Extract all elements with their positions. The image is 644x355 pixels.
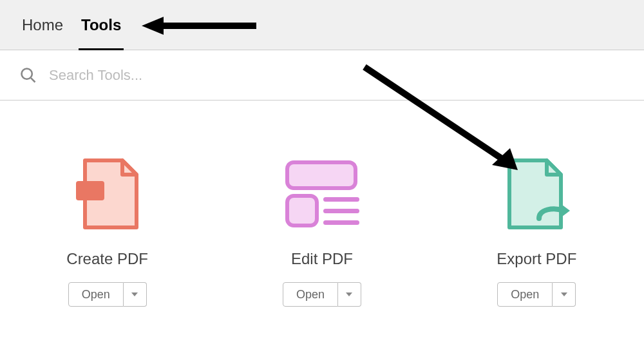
svg-rect-5 — [323, 197, 359, 202]
top-tab-bar: Home Tools — [0, 0, 644, 50]
open-button-group: Open — [68, 282, 147, 307]
svg-rect-7 — [323, 220, 359, 225]
open-button-group: Open — [497, 282, 576, 307]
svg-rect-6 — [323, 209, 359, 213]
svg-rect-3 — [287, 162, 355, 188]
tool-label: Create PDF — [66, 250, 148, 268]
tool-label: Export PDF — [497, 250, 576, 268]
svg-rect-2 — [76, 181, 104, 200]
open-dropdown[interactable] — [338, 282, 361, 307]
tab-tools[interactable]: Tools — [72, 0, 130, 50]
caret-down-icon — [561, 293, 567, 296]
tool-label: Edit PDF — [291, 250, 353, 268]
open-dropdown[interactable] — [553, 282, 576, 307]
svg-rect-4 — [287, 196, 317, 225]
tool-create-pdf[interactable]: Create PDF Open — [24, 152, 191, 307]
open-button[interactable]: Open — [68, 282, 124, 307]
open-button-group: Open — [283, 282, 361, 307]
open-button[interactable]: Open — [283, 282, 338, 307]
tool-edit-pdf[interactable]: Edit PDF Open — [238, 152, 406, 307]
create-pdf-icon — [66, 152, 149, 236]
search-bar — [0, 50, 644, 101]
search-input[interactable] — [49, 67, 307, 84]
tools-grid: Create PDF Open Edit PDF Open — [0, 101, 644, 307]
edit-pdf-icon — [280, 152, 364, 236]
open-button[interactable]: Open — [497, 282, 553, 307]
svg-point-0 — [22, 68, 32, 79]
tab-home[interactable]: Home — [13, 0, 72, 50]
svg-line-1 — [31, 78, 35, 82]
open-dropdown[interactable] — [124, 282, 147, 307]
export-pdf-icon — [495, 152, 578, 236]
caret-down-icon — [131, 293, 138, 296]
search-icon — [19, 66, 37, 84]
tool-export-pdf[interactable]: Export PDF Open — [453, 152, 620, 307]
caret-down-icon — [346, 293, 352, 296]
